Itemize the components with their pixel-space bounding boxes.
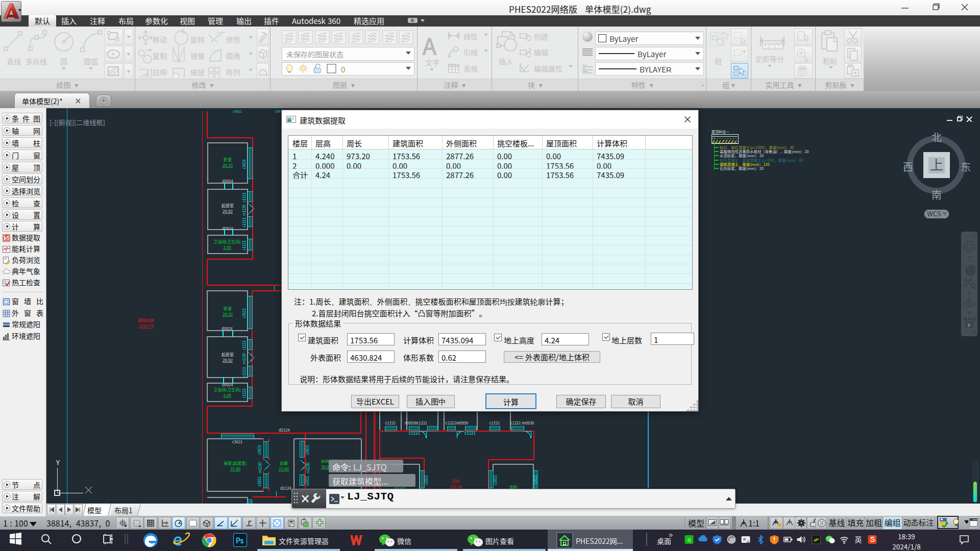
svg-text:休闲: 休闲 (321, 458, 329, 464)
svg-text:卫浴间(卫生间): 卫浴间(卫生间) (213, 239, 240, 244)
svg-text:20.92: 20.92 (223, 357, 233, 363)
svg-text:iQ: iQ (687, 537, 691, 542)
svg-text:30.0: 30.0 (321, 464, 329, 469)
svg-text:起居室: 起居室 (222, 352, 234, 357)
svg-text:m1230: m1230 (257, 462, 262, 473)
svg-text:c1221 m0930: c1221 m0930 (510, 420, 534, 425)
svg-text:卫浴间(卫生间): 卫浴间(卫生间) (213, 387, 240, 392)
svg-text:e: e (173, 531, 182, 549)
svg-text:m1230: m1230 (241, 205, 247, 216)
svg-text:北: 北 (932, 130, 942, 144)
svg-text:m1230: m1230 (305, 462, 310, 473)
svg-text:3.45: 3.45 (223, 244, 231, 250)
svg-text:3.45: 3.45 (223, 392, 231, 398)
svg-text:d0924: d0924 (222, 178, 233, 184)
svg-text:c1221m0950: c1221m0950 (446, 420, 468, 425)
svg-text:起居室: 起居室 (222, 203, 234, 208)
svg-text:WCS: WCS (927, 209, 941, 218)
svg-text:上: 上 (930, 155, 943, 173)
svg-text:走廊: 走廊 (280, 460, 288, 466)
svg-text:c1221: c1221 (241, 217, 247, 227)
svg-text:20.32: 20.32 (223, 311, 233, 317)
svg-text:屋顶构造一: 屋顶构造一 (712, 129, 729, 134)
svg-text:1810.74: 1810.74 (139, 323, 154, 329)
svg-text:c1221: c1221 (241, 340, 247, 350)
svg-text:石灰砂浆，厚度(mm)：20: 石灰砂浆，厚度(mm)：20 (720, 165, 764, 171)
svg-text:c1821: c1821 (257, 445, 262, 455)
svg-text:d2124: d2124 (279, 427, 289, 433)
svg-text:d0924: d0924 (222, 325, 232, 331)
svg-text:c0921: c0921 (233, 109, 242, 114)
svg-text:南: 南 (932, 187, 942, 202)
svg-text:20.33: 20.33 (223, 162, 233, 168)
svg-text:c09: c09 (275, 109, 281, 114)
svg-text:c3621: c3621 (232, 439, 242, 444)
svg-text:d0924: d0924 (222, 382, 233, 387)
svg-text:37.80: 37.80 (230, 466, 241, 471)
svg-text:c3621: c3621 (241, 159, 247, 169)
svg-text:21.80: 21.80 (279, 466, 289, 471)
svg-text:c1821: c1821 (305, 445, 310, 455)
svg-text:Y: Y (56, 458, 60, 467)
svg-text:画室(起居室): 画室(起居室) (224, 460, 247, 466)
svg-text:d2124: d2124 (280, 485, 291, 491)
svg-text:西: 西 (903, 159, 913, 174)
svg-text:20.92: 20.92 (223, 208, 233, 214)
svg-text:c1921: c1921 (305, 476, 310, 486)
svg-text:c1821: c1821 (533, 475, 538, 485)
svg-text:c1221: c1221 (385, 420, 396, 425)
svg-text:m0930c1221: m0930c1221 (405, 420, 427, 425)
svg-text:卧室: 卧室 (224, 157, 232, 162)
svg-text:c1821: c1821 (257, 477, 262, 486)
svg-text:S: S (5, 234, 8, 241)
svg-text:卧室: 卧室 (224, 306, 232, 311)
svg-text:m1230: m1230 (241, 353, 247, 364)
svg-text:c1221: c1221 (241, 367, 247, 377)
svg-text:天井: 天井 (452, 478, 460, 484)
svg-text:c1221: c1221 (464, 430, 476, 436)
svg-text:d0924: d0924 (222, 226, 233, 231)
svg-text:[-][俯视][二维线框]: [-][俯视][二维线框] (50, 117, 105, 127)
svg-text:英: 英 (855, 535, 862, 544)
svg-text:c1221: c1221 (241, 240, 247, 250)
svg-text:c1821: c1821 (424, 475, 429, 485)
svg-text:c1221: c1221 (241, 388, 247, 398)
svg-text:c3621: c3621 (241, 308, 247, 318)
svg-text:c1221: c1221 (241, 192, 247, 202)
svg-text:c1221: c1221 (489, 420, 500, 425)
svg-text:c1221: c1221 (409, 430, 420, 436)
svg-text:建筑轮廓: 建筑轮廓 (138, 317, 154, 323)
svg-text:东: 东 (961, 159, 971, 174)
svg-text:c1821: c1821 (493, 475, 498, 485)
